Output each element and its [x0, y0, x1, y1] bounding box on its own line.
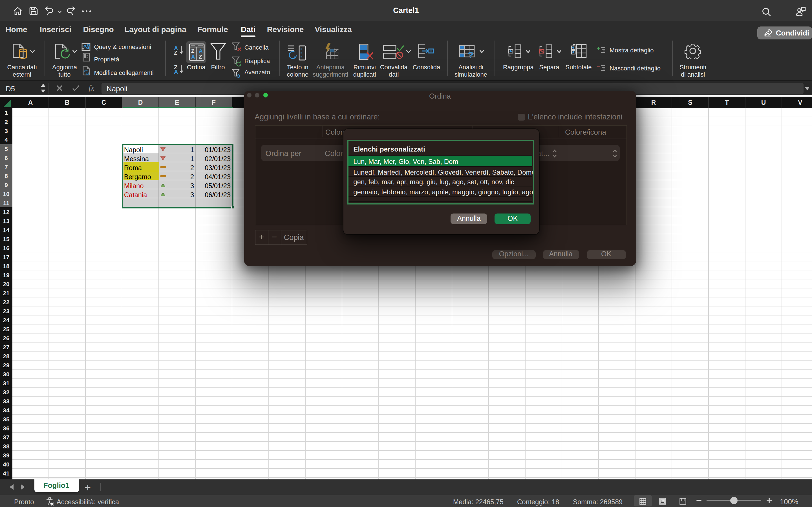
svg-text:A: A	[199, 48, 202, 54]
svg-text:A: A	[191, 54, 195, 60]
svg-text:Z: Z	[199, 54, 202, 60]
svg-text:Z: Z	[191, 48, 194, 54]
svg-text:?: ?	[468, 50, 474, 60]
